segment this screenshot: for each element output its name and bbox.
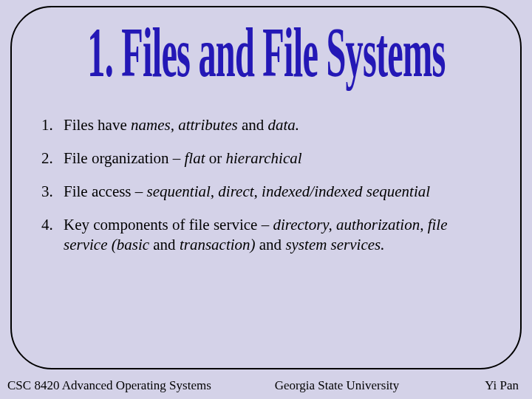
title-wrap: 1. Files and File Systems (33, 16, 499, 62)
list-item: 1. Files have names, attributes and data… (41, 115, 494, 135)
item-text: File organization – flat or hierarchical (64, 149, 494, 168)
item-text: Key components of file service – directo… (64, 215, 494, 255)
item-number: 2. (41, 149, 64, 168)
slide-card: 1. Files and File Systems 1. Files have … (10, 6, 522, 369)
footer-right: Yi Pan (460, 378, 519, 393)
item-number: 1. (41, 115, 64, 135)
list-item: 3. File access – sequential, direct, ind… (41, 182, 494, 202)
item-text: Files have names, attributes and data. (64, 115, 494, 135)
list-item: 4. Key components of file service – dire… (41, 215, 494, 255)
bullet-list: 1. Files have names, attributes and data… (33, 115, 499, 254)
item-text: File access – sequential, direct, indexe… (64, 182, 494, 202)
item-number: 3. (41, 182, 64, 202)
item-number: 4. (41, 215, 64, 255)
footer-center: Georgia State University (214, 378, 460, 393)
list-item: 2. File organization – flat or hierarchi… (41, 149, 494, 168)
slide-title: 1. Files and File Systems (87, 16, 445, 87)
slide-footer: CSC 8420 Advanced Operating Systems Geor… (0, 378, 532, 393)
footer-left: CSC 8420 Advanced Operating Systems (7, 378, 214, 393)
